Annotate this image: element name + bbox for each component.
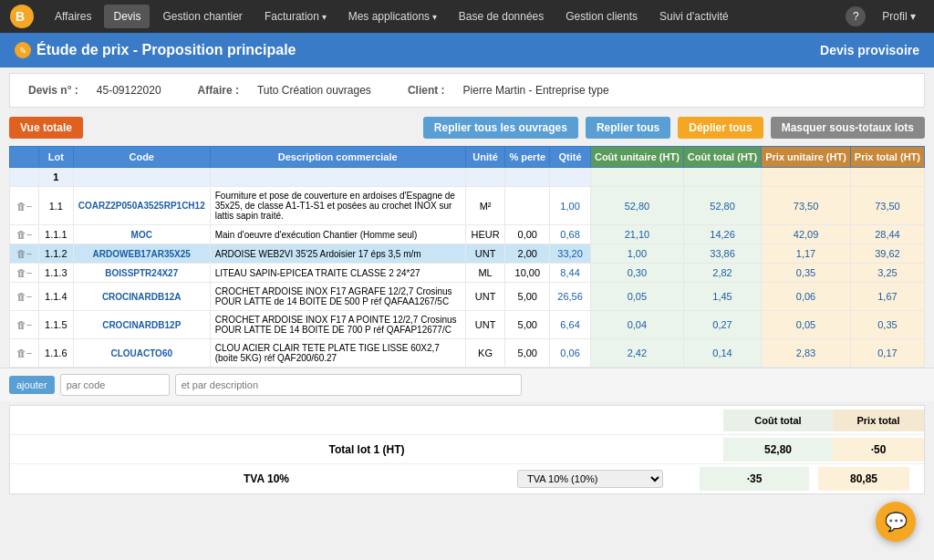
page-header: ✎ Étude de prix - Proposition principale…	[0, 33, 934, 67]
minus-row-button[interactable]: −	[26, 319, 32, 330]
col-perte-header: % perte	[505, 147, 550, 168]
page-title: Étude de prix - Proposition principale	[36, 42, 296, 58]
affaire-label: Affaire :	[198, 84, 239, 97]
row-qte: 33,20	[550, 244, 591, 264]
main-table: Lot Code Description commerciale Unité %…	[9, 146, 925, 368]
row-qte: 8,44	[550, 264, 591, 283]
replier-tous-button[interactable]: Replier tous	[586, 117, 670, 139]
col-code-header: Code	[73, 147, 210, 168]
row-prix-unitaire: 0,06	[762, 283, 851, 311]
nav-gestion-clients[interactable]: Gestion clients	[556, 5, 647, 28]
delete-row-button[interactable]: 🗑	[16, 248, 26, 259]
minus-row-button[interactable]: −	[26, 248, 32, 259]
delete-row-button[interactable]: 🗑	[16, 291, 26, 302]
row-perte: 5,00	[505, 311, 550, 339]
row-code: CROCINARDB12A	[73, 283, 210, 311]
row-prix-unitaire: 2,83	[762, 339, 851, 368]
replier-ouvrages-button[interactable]: Replier tous les ouvrages	[423, 117, 578, 139]
toolbar: Vue totale Replier tous les ouvrages Rep…	[0, 113, 934, 146]
nav-base-donnees[interactable]: Base de données	[450, 5, 553, 28]
row-unite: KG	[465, 339, 505, 368]
row-cout-total: 14,26	[683, 225, 761, 244]
table-row: 🗑− 1.1.5 CROCINARDB12P CROCHET ARDOISE I…	[10, 311, 925, 339]
code-input[interactable]	[60, 374, 170, 396]
row-qte: 1,00	[550, 187, 591, 225]
minus-row-button[interactable]: −	[26, 291, 32, 302]
minus-row-button[interactable]: −	[26, 347, 32, 358]
row-description: Fourniture et pose de couverture en ardo…	[210, 187, 465, 225]
nav-affaires[interactable]: Affaires	[46, 5, 100, 28]
row-cout-unitaire: 0,04	[590, 311, 683, 339]
cout-total-header: Coût total	[723, 410, 833, 431]
tva-cost-val: ·35	[700, 467, 809, 491]
client-label: Client :	[408, 84, 445, 97]
nav-suivi-activite[interactable]: Suivi d'activité	[650, 5, 738, 28]
profil-menu[interactable]: Profil	[873, 6, 925, 26]
minus-row-button[interactable]: −	[26, 267, 32, 278]
row-actions: 🗑−	[10, 187, 39, 225]
table-row: 🗑− 1.1.3 BOISSPTR24X27 LITEAU SAPIN-EPIC…	[10, 264, 925, 283]
masquer-sous-totaux-button[interactable]: Masquer sous-totaux lots	[771, 117, 925, 139]
table-row: 1	[10, 168, 925, 187]
row-lot: 1.1.3	[38, 264, 73, 283]
row-perte: 10,00	[505, 264, 550, 283]
minus-row-button[interactable]: −	[26, 201, 32, 212]
table-row: 🗑− 1.1.6 CLOUACTO60 CLOU ACIER CLAIR TET…	[10, 339, 925, 368]
nav-facturation[interactable]: Facturation	[255, 5, 336, 28]
delete-row-button[interactable]: 🗑	[16, 267, 26, 278]
delete-row-button[interactable]: 🗑	[16, 229, 26, 240]
devis-value: 45-09122020	[97, 84, 161, 97]
row-prix-unitaire: 0,05	[762, 311, 851, 339]
row-lot: 1.1	[38, 187, 73, 225]
row-cout-total: 0,27	[683, 311, 761, 339]
nav-devis[interactable]: Devis	[104, 5, 150, 28]
row-prix-total: 73,50	[850, 187, 924, 225]
prix-total-value: ·50	[833, 438, 924, 461]
tva-select[interactable]: TVA 10% (10%)TVA 20% (20%)TVA 5,5% (5,5%…	[517, 470, 663, 488]
row-lot: 1.1.1	[38, 225, 73, 244]
row-cout-total: 33,86	[683, 244, 761, 264]
devis-label: Devis n° :	[28, 84, 78, 97]
row-prix-total: 39,62	[850, 244, 924, 264]
delete-row-button[interactable]: 🗑	[16, 347, 26, 358]
help-button[interactable]: ?	[846, 6, 866, 26]
edit-icon[interactable]: ✎	[15, 42, 31, 58]
vue-totale-button[interactable]: Vue totale	[9, 117, 83, 139]
row-lot: 1.1.5	[38, 311, 73, 339]
row-code	[73, 168, 210, 187]
row-perte: 5,00	[505, 339, 550, 368]
row-cout-total: 52,80	[683, 187, 761, 225]
col-pt-header: Prix total (HT)	[850, 147, 924, 168]
row-description: LITEAU SAPIN-EPICEA TRAITE CLASSE 2 24*2…	[210, 264, 465, 283]
chat-bubble[interactable]: 💬	[876, 502, 916, 542]
row-cout-unitaire: 1,00	[590, 244, 683, 264]
nav-mes-applications[interactable]: Mes applications	[339, 5, 446, 28]
delete-row-button[interactable]: 🗑	[16, 319, 26, 330]
row-prix-total: 1,67	[850, 283, 924, 311]
row-actions: 🗑−	[10, 244, 39, 264]
row-code: MOC	[73, 225, 210, 244]
col-qte-header: Qtité	[550, 147, 591, 168]
col-lot-header: Lot	[38, 147, 73, 168]
app-logo[interactable]: B	[9, 4, 35, 29]
row-qte	[550, 168, 591, 187]
row-lot: 1.1.4	[38, 283, 73, 311]
col-unite-header: Unité	[465, 147, 505, 168]
ajouter-button[interactable]: ajouter	[9, 376, 55, 394]
description-input[interactable]	[175, 374, 522, 396]
info-bar: Devis n° : 45-09122020 Affaire : Tuto Cr…	[9, 73, 925, 108]
row-unite: UNT	[465, 311, 505, 339]
nav-gestion-chantier[interactable]: Gestion chantier	[153, 5, 251, 28]
row-qte: 6,64	[550, 311, 591, 339]
footer-totals: Coût total Prix total Total lot 1 (HT) 5…	[9, 405, 925, 494]
deplier-tous-button[interactable]: Déplier tous	[678, 117, 763, 139]
row-cout-total: 1,45	[683, 283, 761, 311]
delete-row-button[interactable]: 🗑	[16, 201, 26, 212]
row-unite: UNT	[465, 244, 505, 264]
main-table-container: Lot Code Description commerciale Unité %…	[9, 146, 925, 368]
row-perte: 0,00	[505, 225, 550, 244]
row-qte: 0,06	[550, 339, 591, 368]
row-cout-total	[683, 168, 761, 187]
row-code: COARZ2P050A3525RP1CH12	[73, 187, 210, 225]
minus-row-button[interactable]: −	[26, 229, 32, 240]
